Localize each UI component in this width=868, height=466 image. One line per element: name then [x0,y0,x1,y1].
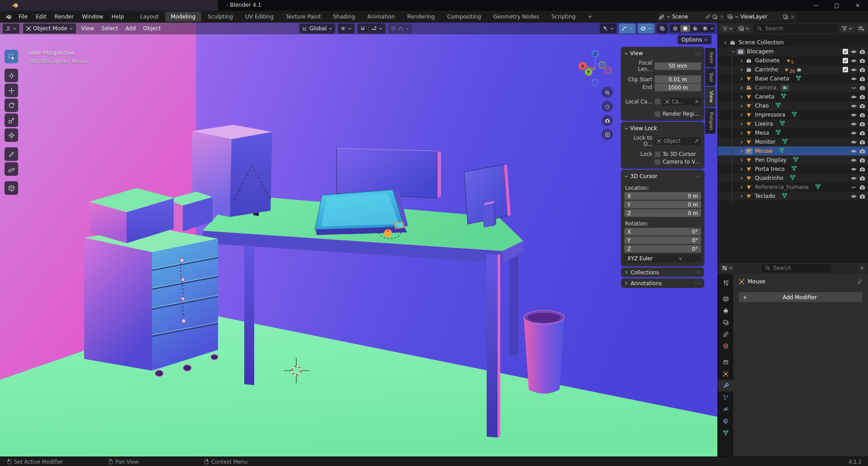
menu-render[interactable]: Render [50,12,78,21]
shading-wireframe-button[interactable] [670,25,680,32]
outliner-row-mouse[interactable]: Mouse [718,146,868,155]
select-menu[interactable]: Select [100,24,120,33]
cursor-location-y-slider[interactable]: Y0 m [624,201,701,208]
eye-icon[interactable] [851,94,857,100]
rotation-mode-dropdown[interactable]: XYZ Euler [624,254,701,263]
view-panel-header[interactable]: View [624,49,701,58]
snap-increment-icon[interactable] [371,26,377,31]
eye-icon[interactable] [851,130,857,136]
chevron-right-icon[interactable] [721,41,729,45]
render-visibility-icon[interactable] [859,103,865,109]
outliner-row-pen-display[interactable]: Pen Display [718,155,868,165]
outliner-row-caneta[interactable]: Caneta [718,92,868,101]
camera-view-button[interactable] [602,115,613,126]
pen-display-object[interactable] [315,189,408,235]
collection-checkbox[interactable] [843,67,848,72]
render-visibility-icon[interactable] [859,139,865,145]
eye-icon[interactable] [851,76,857,82]
chevron-right-icon[interactable] [738,95,745,99]
chevron-down-icon[interactable] [730,50,737,54]
filter-button[interactable] [840,25,854,32]
outliner-row-monitor[interactable]: Monitor [718,137,868,146]
eye-icon[interactable] [851,49,857,55]
clip-end-field[interactable]: 1000 m [655,84,701,91]
eye-icon[interactable] [851,139,857,145]
render-visibility-icon[interactable] [859,157,865,163]
outliner-row-mesa[interactable]: Mesa [718,128,868,137]
outliner-row-camera[interactable]: Camera [718,83,868,92]
new-copy-icon[interactable] [712,14,718,19]
tool-add-cube-button[interactable] [5,181,18,195]
chevron-right-icon[interactable] [738,59,745,63]
chevron-right-icon[interactable] [738,113,745,117]
workspace-tab-layout[interactable]: Layout [134,12,165,22]
render-visibility-icon[interactable] [859,94,865,100]
menu-help[interactable]: Help [107,12,128,21]
chevron-right-icon[interactable] [738,185,745,189]
eye-icon[interactable] [851,148,857,154]
workspace-tab-scripting[interactable]: Scripting [545,12,581,22]
outliner-row-impressora[interactable]: Impressora [718,110,868,119]
render-visibility-icon[interactable] [859,148,865,154]
chevron-right-icon[interactable] [738,77,745,81]
render-visibility-icon[interactable] [859,193,865,199]
menu-window[interactable]: Window [78,12,107,21]
render-visibility-icon[interactable] [859,130,865,136]
chevron-right-icon[interactable] [738,176,745,180]
tool-rotate-button[interactable] [5,99,18,112]
lock-to-object-field[interactable]: Object [655,137,701,145]
menu-file[interactable]: File [14,12,32,21]
render-region-checkbox[interactable] [655,111,660,117]
add-menu[interactable]: Add [123,24,138,33]
properties-tab-object-data[interactable] [718,427,733,438]
workspace-tab--[interactable]: + [582,12,598,22]
outliner-search-input[interactable] [764,25,835,32]
render-visibility-icon[interactable] [859,67,865,73]
orthographic-grid-button[interactable] [602,129,613,140]
render-visibility-icon[interactable] [859,175,865,181]
annotations-panel[interactable]: Annotations [621,278,704,288]
object-menu[interactable]: Object [141,24,162,33]
workspace-tab-uv-editing[interactable]: UV Editing [239,12,280,22]
render-visibility-icon[interactable] [859,58,865,64]
shading-material-button[interactable] [690,25,700,32]
cursor-rotation-x-slider[interactable]: X0° [624,228,701,235]
outliner-row-referencia-humana[interactable]: Referencia_humana [718,183,868,192]
cabinet-object[interactable] [84,227,218,377]
cursor-location-x-slider[interactable]: X0 m [624,192,701,200]
menu-edit[interactable]: Edit [32,12,50,21]
properties-search[interactable] [762,264,831,273]
chevron-right-icon[interactable] [738,140,745,144]
render-visibility-icon[interactable] [859,166,865,172]
n-panel-tab-tool[interactable]: Tool [705,68,716,86]
local-camera-field[interactable]: Ca... [663,98,701,105]
snap-magnet-icon[interactable] [360,26,365,31]
workspace-tab-geometry-nodes[interactable]: Geometry Nodes [488,12,545,22]
properties-tab-world[interactable] [718,340,733,352]
outliner-display-mode-button[interactable] [737,25,751,32]
mode-dropdown[interactable]: Object Mode [23,24,76,33]
properties-tab-view-layer[interactable] [718,316,733,328]
eye-icon[interactable] [851,157,857,163]
editor-type-button[interactable] [3,24,19,33]
chevron-right-icon[interactable] [738,158,745,162]
pan-hand-button[interactable] [602,101,613,112]
eye-icon[interactable] [851,67,857,73]
chevron-right-icon[interactable] [738,149,745,153]
add-modifier-button[interactable]: Add Modifier [739,292,863,302]
chevron-right-icon[interactable] [738,68,745,72]
zoom-button[interactable] [602,87,613,98]
outliner-row-base-caneta[interactable]: Base Caneta [718,74,868,83]
workspace-tab-shading[interactable]: Shading [327,12,361,22]
outliner-row-carrinho[interactable]: Carrinho20 [718,65,868,74]
eye-closed-icon[interactable] [851,85,857,91]
properties-options-button[interactable] [858,265,866,271]
new-copy-icon[interactable] [783,14,788,19]
camera-to-view-checkbox[interactable] [655,159,660,165]
properties-tab-output[interactable] [718,305,733,316]
unlink-icon[interactable] [720,14,725,19]
cursor-location-z-slider[interactable]: Z0 m [624,209,701,217]
properties-tab-modifiers[interactable] [718,380,733,391]
minimize-button[interactable]: — [806,0,826,11]
eye-icon[interactable] [851,103,857,109]
